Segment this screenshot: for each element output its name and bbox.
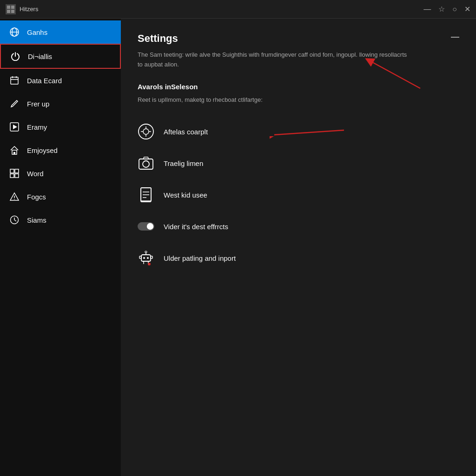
- svg-rect-18: [15, 174, 19, 178]
- warning-icon: [9, 192, 20, 202]
- section-description: Reet is uplImom, maketg to rhecboat ctli…: [138, 95, 361, 105]
- main-content: Settings — The Sam teeting: wrile alve t…: [121, 19, 476, 476]
- home-icon: [9, 145, 20, 155]
- close-button[interactable]: ✕: [464, 6, 470, 13]
- svg-rect-17: [10, 174, 14, 178]
- svg-rect-3: [11, 10, 14, 13]
- camera-icon: [138, 155, 154, 172]
- item-label-2: Traelig limen: [164, 159, 203, 167]
- svg-rect-15: [10, 169, 14, 173]
- svg-rect-41: [141, 188, 151, 201]
- sidebar-item-eramy[interactable]: Eramy: [0, 115, 121, 139]
- sidebar-label-word: Word: [27, 170, 44, 178]
- item-label-3: West kid usee: [164, 191, 207, 199]
- star-button[interactable]: ☆: [438, 6, 445, 13]
- gamepad-icon: [138, 123, 154, 140]
- minimize-line[interactable]: —: [451, 33, 459, 41]
- sidebar-label-frer-up: Frer up: [27, 100, 49, 108]
- svg-rect-50: [151, 256, 152, 258]
- svg-line-24: [14, 220, 16, 221]
- globe-icon: [9, 27, 20, 37]
- svg-rect-1: [11, 6, 14, 9]
- svg-point-29: [139, 124, 153, 139]
- svg-rect-2: [7, 10, 10, 13]
- sidebar-label-data-ecard: Data Ecard: [27, 77, 62, 85]
- settings-description: The Sam teeting: wrile alve the Suighthi…: [138, 50, 407, 70]
- svg-point-43: [147, 223, 153, 230]
- sidebar: Ganhs Di¬iallis Data Ecard Frer up Eramy: [0, 19, 121, 476]
- svg-text:!: !: [149, 264, 149, 266]
- toggle-icon: [138, 218, 154, 235]
- grid-icon: [9, 168, 20, 178]
- sidebar-item-siams[interactable]: Siams: [0, 208, 121, 231]
- list-item-2[interactable]: Traelig limen: [138, 147, 459, 179]
- titlebar: Hitzers — ☆ ○ ✕: [0, 0, 476, 19]
- sidebar-label-ganhs: Ganhs: [27, 28, 47, 36]
- svg-rect-49: [139, 256, 141, 258]
- svg-rect-44: [141, 255, 151, 261]
- item-label-4: Vider it's dest effrrcts: [164, 223, 228, 231]
- svg-rect-0: [7, 6, 10, 9]
- document-icon: [138, 186, 154, 203]
- svg-rect-14: [13, 152, 15, 154]
- svg-rect-16: [15, 169, 19, 173]
- sidebar-label-fogcs: Fogcs: [27, 193, 46, 201]
- section-title: Avarols inSeleson: [138, 83, 459, 91]
- sidebar-label-di-iallis: Di¬iallis: [28, 53, 52, 60]
- minimize-button[interactable]: —: [423, 6, 431, 13]
- settings-list: Aftelas coarplt Traelig limen: [138, 116, 459, 274]
- svg-point-46: [147, 257, 149, 259]
- sidebar-item-ganhs[interactable]: Ganhs: [0, 20, 121, 44]
- sidebar-item-frer-up[interactable]: Frer up: [0, 92, 121, 115]
- sidebar-label-siams: Siams: [27, 216, 46, 224]
- svg-marker-12: [13, 125, 17, 129]
- titlebar-controls: — ☆ ○ ✕: [423, 6, 470, 13]
- titlebar-title: Hitzers: [20, 6, 423, 13]
- settings-title: Settings: [138, 33, 178, 45]
- list-item-3[interactable]: West kid usee: [138, 179, 459, 211]
- list-item-4[interactable]: Vider it's dest effrrcts: [138, 211, 459, 242]
- item-label-1: Aftelas coarplt: [164, 128, 208, 136]
- svg-point-48: [145, 251, 147, 253]
- restore-button[interactable]: ○: [452, 6, 457, 13]
- app-icon: [6, 4, 16, 14]
- calendar-icon: [9, 75, 20, 86]
- content-header: Settings —: [138, 33, 459, 45]
- svg-rect-7: [11, 77, 18, 84]
- svg-point-45: [143, 257, 145, 259]
- svg-point-36: [143, 161, 149, 167]
- list-item-1[interactable]: Aftelas coarplt: [138, 116, 459, 147]
- sidebar-item-emjoysed[interactable]: Emjoysed: [0, 139, 121, 162]
- sidebar-item-di-iallis[interactable]: Di¬iallis: [0, 44, 121, 69]
- sidebar-item-word[interactable]: Word: [0, 162, 121, 185]
- sidebar-item-data-ecard[interactable]: Data Ecard: [0, 69, 121, 92]
- power-icon: [10, 51, 20, 61]
- pencil-icon: [9, 99, 20, 109]
- item-label-5: Ulder patling and inport: [164, 254, 236, 262]
- app-container: Ganhs Di¬iallis Data Ecard Frer up Eramy: [0, 19, 476, 476]
- svg-point-30: [143, 129, 149, 134]
- list-item-5[interactable]: ! Ulder patling and inport: [138, 242, 459, 274]
- clock-icon: [9, 215, 20, 225]
- robot-icon: !: [138, 250, 154, 266]
- sidebar-label-emjoysed: Emjoysed: [27, 146, 58, 154]
- play-icon: [9, 122, 20, 132]
- sidebar-item-fogcs[interactable]: Fogcs: [0, 185, 121, 208]
- svg-point-21: [14, 199, 15, 200]
- sidebar-label-eramy: Eramy: [27, 123, 47, 131]
